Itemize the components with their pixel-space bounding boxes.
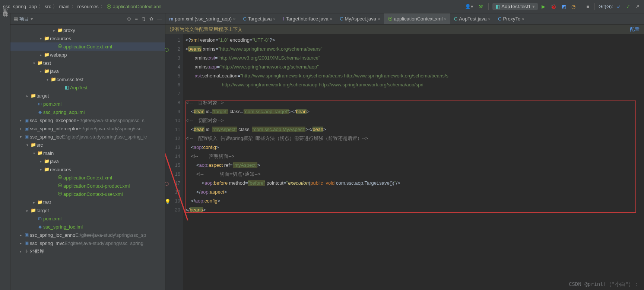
editor-tabs[interactable]: mpom.xml (ssc_spring_aop)×CTarget.java×I…	[165, 13, 644, 25]
tree-node[interactable]: mpom.xml	[10, 214, 165, 223]
tree-node[interactable]: ▾▣ssc_spring_ioc E:\gitee\java-study\spr…	[10, 133, 165, 141]
tree-node[interactable]: ⦿applicationContext-product.xml	[10, 182, 165, 190]
tree-node[interactable]: mpom.xml	[10, 100, 165, 108]
gutter: 1⬡2345678910111213141516⬡1718💡1920	[165, 34, 183, 290]
tree-node[interactable]: ⦿applicationContext-user.xml	[10, 190, 165, 198]
editor-tab[interactable]: ITargetInterface.java×	[279, 13, 336, 24]
tree-node[interactable]: ▾📁resources	[10, 34, 165, 42]
tree-node[interactable]: ▸⊪外部库	[10, 247, 165, 255]
tree-node[interactable]: ⦿applicationContext.xml	[10, 173, 165, 182]
debug-icon[interactable]: 🐞	[549, 3, 558, 10]
sort-icon[interactable]: ⇅	[142, 16, 146, 22]
hide-icon[interactable]: —	[157, 16, 162, 22]
editor-tab[interactable]: CTarget.java×	[239, 13, 279, 24]
panel-title: 项目	[19, 16, 29, 22]
tree-node[interactable]: ▾📁com.ssc.test	[10, 75, 165, 83]
editor-tab[interactable]: CMyAspect.java×	[336, 13, 384, 24]
project-tree[interactable]: ▸📁proxy▾📁resources⦿applicationContext.xm…	[10, 25, 165, 290]
editor-tab[interactable]: ⦿applicationContext.xml×	[384, 13, 450, 24]
git-label: Git(G):	[599, 4, 613, 9]
editor-tab[interactable]: mpom.xml (ssc_spring_aop)×	[165, 13, 239, 24]
run-config-selector[interactable]: ◧AopTest.test1▾	[492, 3, 538, 10]
tree-node[interactable]: ▾📁java	[10, 67, 165, 75]
tree-node[interactable]: ▸📁target	[10, 206, 165, 214]
git-history-icon[interactable]: ↗	[634, 3, 641, 10]
tree-node[interactable]: ▸📁target	[10, 92, 165, 100]
coverage-icon[interactable]: ◩	[560, 3, 568, 10]
editor-tab[interactable]: CAopTest.java×	[450, 13, 494, 24]
tree-node[interactable]: ▸📁test	[10, 198, 165, 206]
tree-node[interactable]: ▾📁main	[10, 149, 165, 157]
tree-node[interactable]: ▸📁proxy	[10, 26, 165, 34]
user-icon[interactable]: 👤▾	[463, 3, 475, 10]
breadcrumb[interactable]: ssc_spring_aop〉 src〉 main〉 resources〉 ⦿ …	[3, 3, 161, 10]
tree-node[interactable]: ▾📁src	[10, 141, 165, 149]
tree-node[interactable]: ⦿applicationContext.xml	[10, 42, 165, 51]
tree-node[interactable]: ▾📁test	[10, 59, 165, 67]
tree-node[interactable]: ▸▣ssc_spring_ioc_anno E:\gitee\java-stud…	[10, 231, 165, 239]
tree-node[interactable]: ▸▣ssc_spring_mvc E:\gitee\java-study\spr…	[10, 239, 165, 247]
profile-icon[interactable]: ◔	[570, 3, 577, 10]
build-icon[interactable]: ⚒	[477, 3, 485, 10]
tree-node[interactable]: ▸▣ssc_spring_interceptor E:\gitee\java-s…	[10, 124, 165, 133]
tree-node[interactable]: ◆ssc_spring_aop.iml	[10, 108, 165, 116]
tree-node[interactable]: ▸📁webapp	[10, 51, 165, 59]
code-area[interactable]: <?xml version="1.0" encoding="UTF-8"?><b…	[183, 34, 644, 290]
tree-node[interactable]: ▾📁resources	[10, 165, 165, 173]
editor-tab[interactable]: CProxyTe×	[494, 13, 528, 24]
watermark: CSDN @printf（"小白"）；	[569, 281, 639, 288]
collapse-icon[interactable]: ≡	[135, 16, 138, 22]
tree-node[interactable]: ▸▣ssc_spring_exception E:\gitee\java-stu…	[10, 116, 165, 124]
settings-icon[interactable]: ✿	[149, 16, 153, 22]
file-icon: ⦿	[107, 4, 111, 9]
run-icon[interactable]: ▶	[540, 3, 547, 10]
stop-icon[interactable]: ■	[585, 3, 591, 10]
tree-node[interactable]: ▸📁java	[10, 157, 165, 165]
tree-node[interactable]: ◆ssc_spring_ioc.iml	[10, 223, 165, 231]
notice-link[interactable]: 配置	[630, 26, 640, 33]
locate-icon[interactable]: ⊕	[127, 16, 131, 22]
git-commit-icon[interactable]: ✓	[625, 3, 632, 10]
tree-node[interactable]: ◧AopTest	[10, 83, 165, 92]
git-update-icon[interactable]: ↙	[615, 3, 622, 10]
notice-text: 没有为此文件配置应用程序上下文	[170, 26, 242, 33]
